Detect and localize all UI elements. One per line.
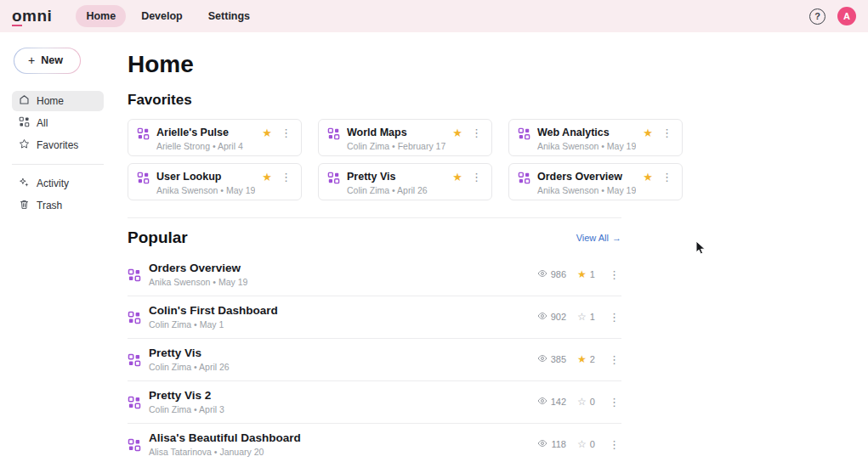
help-icon[interactable]: ? [809, 8, 825, 25]
favorite-card[interactable]: User Lookup Anika Swenson • May 19 ★ ⋮ [128, 163, 302, 200]
favorite-card[interactable]: Arielle's Pulse Arielle Strong • April 4… [128, 119, 302, 156]
popular-row-title: Alisa's Beautiful Dashboard [149, 431, 521, 444]
favorite-card-subtitle: Arielle Strong • April 4 [156, 141, 255, 151]
views-stat: 986 [529, 268, 566, 280]
favorite-card-text: Web Analytics Anika Swenson • May 19 [537, 127, 636, 151]
more-menu-icon[interactable]: ⋮ [660, 172, 674, 183]
popular-header: Popular View All → [128, 228, 621, 247]
topbar: omni Home Develop Settings ? A [0, 0, 868, 32]
star-toggle-icon[interactable]: ☆ [577, 312, 587, 323]
popular-row-text: Orders Overview Anika Swenson • May 19 [149, 262, 521, 287]
more-menu-icon[interactable]: ⋮ [279, 127, 293, 138]
eye-icon [537, 268, 547, 280]
favorite-card[interactable]: Pretty Vis Colin Zima • April 26 ★ ⋮ [318, 163, 492, 200]
popular-row[interactable]: Pretty Vis 2 Colin Zima • April 3 142 ☆ … [128, 381, 621, 424]
favorite-card-subtitle: Colin Zima • April 26 [347, 185, 445, 195]
sidebar-item-label: Activity [37, 177, 69, 189]
more-menu-icon[interactable]: ⋮ [607, 439, 621, 450]
new-button[interactable]: + New [14, 48, 81, 74]
dashboard-icon [137, 172, 150, 184]
favorite-card[interactable]: Web Analytics Anika Swenson • May 19 ★ ⋮ [508, 119, 683, 156]
popular-heading: Popular [128, 228, 188, 247]
popular-row[interactable]: Orders Overview Anika Swenson • May 19 9… [128, 254, 621, 296]
dashboard-icon [518, 172, 530, 184]
favorite-card-subtitle: Anika Swenson • May 19 [537, 185, 636, 195]
popular-row-text: Colin's First Dashboard Colin Zima • May… [149, 304, 521, 330]
trash-icon [19, 199, 30, 212]
favorites-heading: Favorites [128, 92, 621, 109]
sidebar-item-trash[interactable]: Trash [12, 195, 104, 216]
dashboard-icon [128, 268, 141, 282]
sidebar-item-activity[interactable]: Activity [12, 173, 104, 194]
favorite-card-text: Arielle's Pulse Arielle Strong • April 4 [156, 127, 255, 151]
favorite-card[interactable]: World Maps Colin Zima • February 17 ★ ⋮ [318, 119, 492, 156]
favorite-star-icon[interactable]: ★ [452, 127, 462, 138]
stars-count: 0 [590, 397, 595, 407]
star-toggle-icon[interactable]: ★ [577, 269, 587, 280]
topbar-nav-settings[interactable]: Settings [198, 5, 260, 27]
popular-row-text: Alisa's Beautiful Dashboard Alisa Tatari… [149, 431, 521, 457]
star-toggle-icon[interactable]: ★ [577, 354, 587, 365]
section-divider [128, 217, 621, 218]
popular-row[interactable]: Colin's First Dashboard Colin Zima • May… [128, 296, 621, 339]
favorite-star-icon[interactable]: ★ [643, 127, 653, 138]
topbar-nav-develop[interactable]: Develop [131, 5, 193, 27]
popular-list: Orders Overview Anika Swenson • May 19 9… [128, 254, 621, 462]
view-all-label: View All [576, 233, 609, 243]
popular-row-title: Colin's First Dashboard [149, 304, 521, 317]
views-count: 902 [551, 312, 566, 322]
stars-count: 0 [590, 439, 595, 449]
popular-row-title: Pretty Vis 2 [149, 389, 521, 402]
star-toggle-icon[interactable]: ☆ [577, 397, 587, 408]
eye-icon [537, 353, 547, 365]
favorite-card-title: World Maps [347, 127, 445, 138]
main-content: Home Favorites Arielle's Pulse Arielle S… [128, 32, 621, 462]
favorite-card-title: Orders Overview [537, 171, 636, 183]
views-count: 118 [551, 439, 566, 449]
stars-count: 1 [590, 312, 595, 322]
dashboard-icon [137, 127, 150, 140]
favorite-card[interactable]: Orders Overview Anika Swenson • May 19 ★… [508, 163, 683, 200]
popular-row[interactable]: Pretty Vis Colin Zima • April 26 385 ★ 2 [128, 339, 621, 381]
favorite-star-icon[interactable]: ★ [262, 127, 272, 138]
favorite-card-subtitle: Anika Swenson • May 19 [537, 141, 636, 151]
popular-row[interactable]: Alisa's Beautiful Dashboard Alisa Tatari… [128, 424, 621, 462]
arrow-right-icon: → [612, 233, 621, 243]
omni-logo[interactable]: omni [12, 7, 52, 25]
favorite-star-icon[interactable]: ★ [262, 172, 272, 183]
star-toggle-icon[interactable]: ☆ [577, 439, 587, 450]
favorite-card-subtitle: Colin Zima • February 17 [347, 141, 445, 151]
more-menu-icon[interactable]: ⋮ [279, 172, 293, 183]
more-menu-icon[interactable]: ⋮ [607, 269, 621, 280]
more-menu-icon[interactable]: ⋮ [607, 354, 621, 365]
activity-icon [19, 177, 30, 190]
view-all-link[interactable]: View All → [576, 233, 621, 243]
stars-stat: ☆ 0 [577, 439, 596, 450]
views-stat: 118 [529, 438, 566, 450]
topbar-nav-home[interactable]: Home [76, 5, 126, 27]
sidebar-item-all[interactable]: All [12, 113, 104, 133]
star-icon [19, 138, 30, 152]
dashboard-icon [327, 127, 340, 140]
more-menu-icon[interactable]: ⋮ [469, 127, 484, 138]
favorite-card-title: Web Analytics [537, 127, 636, 138]
more-menu-icon[interactable]: ⋮ [607, 397, 621, 408]
dashboard-icon [518, 127, 530, 140]
favorite-star-icon[interactable]: ★ [643, 172, 653, 183]
stars-stat: ★ 1 [577, 269, 596, 280]
more-menu-icon[interactable]: ⋮ [660, 127, 674, 138]
more-menu-icon[interactable]: ⋮ [469, 172, 484, 183]
stars-count: 2 [590, 354, 595, 364]
popular-row-stats: 142 ☆ 0 ⋮ [529, 396, 621, 408]
stars-stat: ★ 2 [577, 354, 596, 365]
sidebar-item-favorites[interactable]: Favorites [12, 135, 104, 155]
more-menu-icon[interactable]: ⋮ [607, 312, 621, 323]
avatar[interactable]: A [837, 7, 856, 25]
favorite-star-icon[interactable]: ★ [452, 172, 462, 183]
sidebar: + New Home All Favorites [0, 32, 128, 462]
views-stat: 902 [529, 311, 566, 323]
popular-row-stats: 118 ☆ 0 ⋮ [529, 438, 621, 450]
grid-icon [19, 116, 30, 130]
sidebar-divider [12, 164, 104, 165]
sidebar-item-home[interactable]: Home [12, 91, 104, 111]
